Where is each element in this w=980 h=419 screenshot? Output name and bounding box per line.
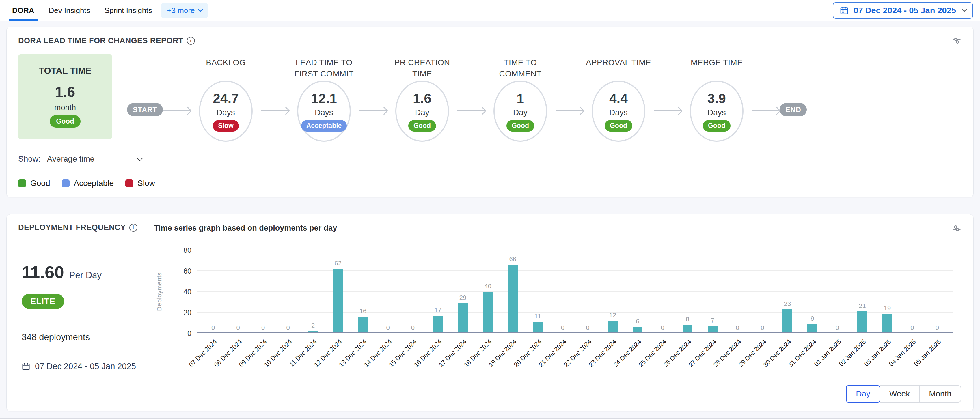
date-range-picker[interactable]: 07 Dec 2024 - 05 Jan 2025: [833, 2, 973, 19]
chart-bar-slot: 004 Jan 2025: [900, 250, 924, 333]
deployment-rate-unit: Per Day: [69, 270, 102, 281]
deployment-bar[interactable]: [433, 316, 443, 333]
bar-value-label: 0: [286, 324, 290, 332]
stage-merge-time: MERGE TIME 3.9 Days Good: [681, 57, 752, 142]
stage-title: LEAD TIME TO FIRST COMMIT: [289, 57, 359, 81]
legend-label: Good: [30, 179, 50, 188]
total-time-card: TOTAL TIME 1.6 month Good: [18, 54, 112, 140]
legend-item-good[interactable]: Good: [18, 179, 50, 188]
flow-start: START: [127, 103, 163, 116]
bar-value-label: 29: [460, 294, 466, 302]
chart-bar-slot: 1120 Dec 2024: [525, 250, 550, 333]
lead-time-flow-diagram: TOTAL TIME 1.6 month Good START BACKLOG …: [18, 57, 962, 142]
legend-label: Slow: [137, 179, 155, 188]
chart-bar-slot: 009 Dec 2024: [251, 250, 275, 333]
x-axis-baseline: [197, 332, 953, 333]
legend-item-slow[interactable]: Slow: [125, 179, 155, 188]
stage-unit: Days: [708, 108, 726, 117]
deployment-bar[interactable]: [483, 292, 493, 333]
chart-bar-slot: 029 Dec 2024: [750, 250, 775, 333]
deployment-bar[interactable]: [783, 309, 792, 333]
calendar-icon: [840, 6, 849, 15]
granularity-day-button[interactable]: Day: [846, 385, 880, 403]
end-badge: END: [780, 103, 807, 116]
deployment-bar[interactable]: [807, 324, 817, 333]
deployment-bar[interactable]: [458, 303, 468, 333]
chart-bar-slot: 727 Dec 2024: [700, 250, 725, 333]
chart-bar-slot: 2917 Dec 2024: [450, 250, 475, 333]
bar-value-label: 21: [859, 302, 865, 309]
bar-value-label: 16: [360, 307, 366, 315]
bar-value-label: 0: [411, 324, 415, 332]
bar-value-label: 66: [509, 256, 516, 263]
filter-sliders-icon[interactable]: [951, 35, 962, 46]
deployment-stats: 11.60 Per Day ELITE 348 deployments 07 D…: [18, 236, 154, 371]
total-time-value: 1.6: [55, 84, 75, 100]
deployment-bar[interactable]: [533, 322, 542, 333]
bar-value-label: 7: [711, 317, 714, 324]
chart-bar-slot: 014 Dec 2024: [375, 250, 400, 333]
deployment-bar[interactable]: [508, 265, 518, 333]
deployment-bar[interactable]: [358, 317, 368, 333]
bar-value-label: 9: [810, 315, 814, 322]
deployment-bar[interactable]: [882, 314, 892, 333]
calendar-icon: [22, 362, 30, 371]
deployment-bar[interactable]: [608, 321, 617, 333]
chart-bar-slot: 2330 Dec 2024: [775, 250, 800, 333]
legend-swatch-slow: [125, 179, 133, 187]
chart-bar-slot: 025 Dec 2024: [650, 250, 675, 333]
y-axis-title: Deployments: [156, 272, 163, 311]
x-axis-label: 05 Jan 2025: [912, 338, 942, 368]
flow-arrow: [163, 110, 191, 111]
status-legend: Good Acceptable Slow: [18, 179, 962, 188]
bar-value-label: 0: [935, 324, 939, 332]
deployments-total: 348 deployments: [22, 332, 154, 343]
deployment-bar[interactable]: [857, 311, 867, 333]
chart-bar-slot: 931 Dec 2024: [800, 250, 825, 333]
show-metric-dropdown[interactable]: Average time: [47, 154, 142, 163]
chart-bar-slot: 624 Dec 2024: [625, 250, 650, 333]
total-time-unit: month: [54, 103, 76, 112]
stage-status-badge: Good: [408, 120, 436, 132]
chart-bar-slot: 010 Dec 2024: [275, 250, 300, 333]
stage-lead-time-first-commit: LEAD TIME TO FIRST COMMIT 12.1 Days Acce…: [289, 57, 359, 142]
tab-dev-insights[interactable]: Dev Insights: [44, 0, 95, 21]
y-axis-tick-label: 60: [183, 267, 191, 275]
panel-title: DORA LEAD TIME FOR CHANGES REPORT i: [18, 37, 195, 45]
stage-title: BACKLOG: [206, 57, 245, 81]
legend-item-acceptable[interactable]: Acceptable: [62, 179, 114, 188]
stage-title: MERGE TIME: [690, 57, 743, 81]
info-icon[interactable]: i: [129, 224, 137, 232]
granularity-toggle: Day Week Month: [846, 385, 961, 403]
flow-arrow: [654, 110, 681, 111]
granularity-month-button[interactable]: Month: [919, 385, 961, 403]
show-metric-value: Average time: [47, 154, 94, 163]
stage-approval-time: APPROVAL TIME 4.4 Days Good: [583, 57, 654, 142]
total-time-label: TOTAL TIME: [39, 66, 92, 76]
tab-dora[interactable]: DORA: [7, 0, 40, 21]
stage-status-badge: Good: [703, 120, 730, 132]
chart-bar-slot: 1223 Dec 2024: [600, 250, 625, 333]
stage-node: 12.1 Days Acceptable: [297, 81, 351, 142]
lead-time-title: DORA LEAD TIME FOR CHANGES REPORT: [18, 37, 183, 45]
bar-value-label: 0: [836, 324, 839, 332]
chart-bar-slot: 001 Jan 2025: [825, 250, 850, 333]
granularity-week-button[interactable]: Week: [880, 385, 920, 403]
legend-swatch-good: [18, 179, 26, 187]
legend-swatch-acceptable: [62, 179, 70, 187]
tab-sprint-insights[interactable]: Sprint Insights: [99, 0, 158, 21]
stage-title: PR CREATION TIME: [387, 57, 457, 81]
chart-bar-slot: 1716 Dec 2024: [425, 250, 450, 333]
more-tabs-dropdown[interactable]: +3 more: [161, 3, 208, 18]
bar-value-label: 6: [636, 318, 639, 325]
chart-bar-slot: 211 Dec 2024: [301, 250, 325, 333]
deployment-bar[interactable]: [333, 269, 343, 333]
bar-value-label: 12: [609, 312, 616, 319]
bar-value-label: 0: [237, 324, 240, 332]
chart-bar-slot: 826 Dec 2024: [675, 250, 700, 333]
chart-plot-area: Deployments 007 Dec 2024008 Dec 2024009 …: [197, 250, 953, 333]
filter-sliders-icon[interactable]: [951, 223, 962, 233]
deployment-bar[interactable]: [682, 325, 692, 333]
info-icon[interactable]: i: [187, 37, 195, 45]
chart-bar-slot: 022 Dec 2024: [575, 250, 600, 333]
